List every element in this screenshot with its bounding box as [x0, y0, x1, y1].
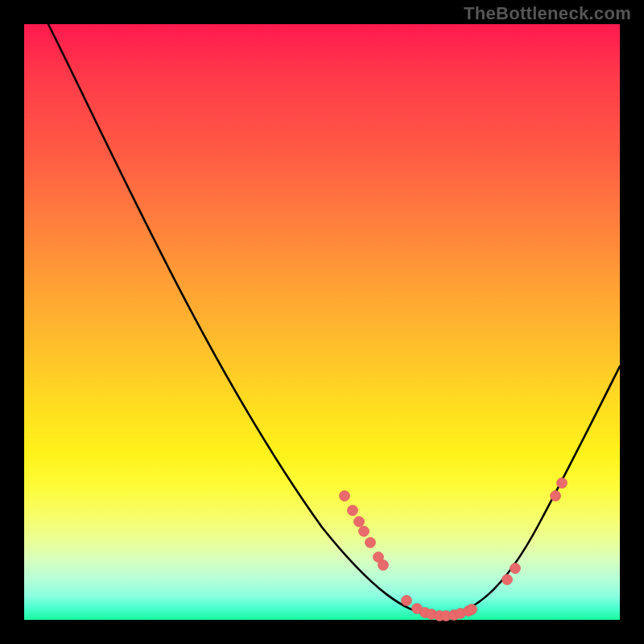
curve-marker	[557, 478, 568, 489]
plot-area	[24, 24, 620, 620]
curve-marker	[340, 491, 350, 502]
curve-marker	[402, 596, 412, 606]
curve-marker	[348, 506, 358, 516]
curve-marker	[467, 605, 477, 615]
curve-marker	[359, 526, 369, 537]
bottleneck-curve	[48, 24, 620, 616]
curve-marker	[365, 538, 376, 548]
curve-marker	[551, 491, 561, 502]
marker-group	[340, 478, 568, 621]
curve-marker	[354, 517, 365, 527]
watermark-text: TheBottleneck.com	[464, 3, 631, 24]
curve-marker	[502, 575, 513, 585]
curve-layer	[24, 24, 620, 620]
curve-marker	[378, 560, 389, 571]
chart-frame: TheBottleneck.com	[0, 0, 644, 644]
curve-marker	[510, 564, 521, 574]
